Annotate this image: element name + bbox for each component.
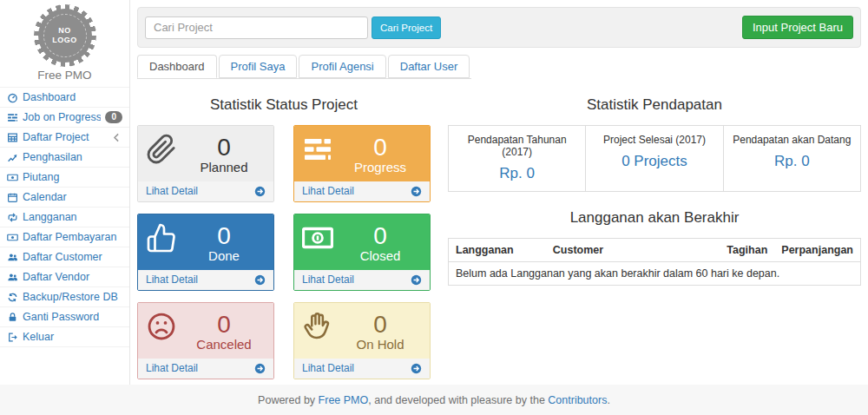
sidebar-item-langganan[interactable]: Langganan (0, 208, 129, 227)
income-stats-table: Pendapatan Tahunan (2017) Rp. 0 Project … (448, 125, 861, 192)
subscription-section-title: Langganan akan Berakhir (448, 209, 861, 227)
planned-label: Planned (200, 160, 247, 175)
arrow-circle-right-icon[interactable] (254, 274, 266, 286)
brand: NO LOGO Free PMO (0, 9, 129, 82)
paperclip-icon (146, 134, 177, 165)
tab-profil-agensi[interactable]: Profil Agensi (299, 55, 385, 78)
stat-pendapatan-tahunan: Pendapatan Tahunan (2017) Rp. 0 (449, 126, 585, 191)
money-icon (7, 232, 18, 243)
sign-out-icon (7, 332, 18, 343)
sidebar-item-dashboard[interactable]: Dashboard (0, 88, 129, 108)
lock-icon (7, 312, 18, 323)
status-card-on-hold: 0 On Hold Lihat Detail (293, 302, 431, 379)
brand-name: Free PMO (0, 69, 129, 82)
arrow-circle-right-icon[interactable] (411, 186, 422, 197)
canceled-detail-link[interactable]: Lihat Detail (146, 362, 198, 374)
sidebar-item-daftar-customer[interactable]: Daftar Customer (0, 247, 129, 267)
no-logo-seal: NO LOGO (38, 9, 92, 63)
sidebar-item-daftar-project[interactable]: Daftar Project (0, 128, 129, 148)
status-section-title: Statistik Status Project (137, 96, 431, 114)
progress-detail-link[interactable]: Lihat Detail (302, 185, 354, 197)
sidebar-item-keluar[interactable]: Keluar (0, 327, 129, 347)
on-hold-label: On Hold (356, 337, 404, 352)
table-icon (7, 132, 18, 143)
contributors-link[interactable]: Contributors (548, 394, 607, 406)
status-card-planned: 0 Planned Lihat Detail (137, 125, 274, 202)
progress-label: Progress (354, 160, 406, 175)
arrow-circle-right-icon[interactable] (411, 363, 422, 374)
sidebar: NO LOGO Free PMO Dashboard Job on Progre… (0, 0, 130, 385)
free-pmo-link[interactable]: Free PMO (319, 394, 369, 406)
table-row: Belum ada Langganan yang akan berakhir d… (449, 262, 861, 286)
line-chart-icon (7, 152, 18, 163)
sidebar-item-piutang[interactable]: Piutang (0, 168, 129, 188)
canceled-count: 0 (217, 312, 231, 337)
subscription-table: Langganan Customer Tagihan Perpanjangan … (448, 238, 861, 286)
job-count-badge: 0 (105, 111, 122, 123)
status-section: Statistik Status Project 0 Planned Lihat… (137, 89, 431, 379)
frown-icon (146, 311, 177, 342)
hand-icon (302, 311, 333, 342)
tasks-icon (302, 134, 333, 165)
money-bill-icon (302, 222, 333, 254)
closed-count: 0 (373, 223, 387, 248)
tab-bar: Dashboard Profil Saya Profil Agensi Daft… (137, 48, 471, 79)
status-card-progress: 0 Progress Lihat Detail (293, 125, 431, 202)
tasks-icon (7, 112, 18, 123)
income-section: Statistik Pendapatan Pendapatan Tahunan … (448, 89, 861, 379)
tab-daftar-user[interactable]: Daftar User (388, 55, 470, 78)
search-button[interactable]: Cari Project (372, 16, 441, 39)
sidebar-item-daftar-pembayaran[interactable]: Daftar Pembayaran (0, 227, 129, 247)
done-count: 0 (217, 223, 231, 248)
sidebar-menu: Dashboard Job on Progress 0 Daftar Proje… (0, 87, 129, 347)
chevron-left-icon (111, 132, 122, 143)
refresh-icon (7, 292, 18, 303)
col-perpanjangan: Perpanjangan (774, 239, 860, 262)
sidebar-item-backup-restore-db[interactable]: Backup/Restore DB (0, 287, 129, 307)
on-hold-detail-link[interactable]: Lihat Detail (302, 362, 354, 374)
sidebar-item-calendar[interactable]: Calendar (0, 188, 129, 208)
search-input[interactable] (145, 16, 368, 39)
planned-count: 0 (217, 135, 231, 160)
sidebar-item-penghasilan[interactable]: Penghasilan (0, 148, 129, 168)
sidebar-item-ganti-password[interactable]: Ganti Password (0, 307, 129, 327)
closed-detail-link[interactable]: Lihat Detail (302, 273, 354, 286)
arrow-circle-right-icon[interactable] (254, 363, 266, 374)
closed-label: Closed (360, 248, 401, 263)
main-content: Cari Project Input Project Baru Dashboar… (130, 0, 868, 385)
calendar-icon (7, 192, 18, 203)
empty-subscriptions-message: Belum ada Langganan yang akan berakhir d… (449, 262, 861, 286)
status-card-canceled: 0 Canceled Lihat Detail (137, 302, 274, 379)
dashboard-icon (7, 92, 18, 103)
col-langganan: Langganan (449, 239, 546, 262)
users-icon (7, 252, 18, 263)
done-label: Done (208, 248, 240, 263)
col-customer: Customer (546, 239, 713, 262)
logo-placeholder-text: NO LOGO (52, 26, 78, 45)
col-tagihan: Tagihan (713, 239, 775, 262)
canceled-label: Canceled (196, 337, 251, 352)
sidebar-item-job-on-progress[interactable]: Job on Progress 0 (0, 108, 129, 128)
status-card-done: 0 Done Lihat Detail (137, 214, 274, 291)
stat-pendapatan-akan-datang: Pendapatan akan Datang Rp. 0 (723, 126, 860, 191)
exchange-icon (7, 212, 18, 223)
progress-count: 0 (373, 135, 387, 160)
tab-profil-saya[interactable]: Profil Saya (219, 55, 298, 78)
page-footer: Powered by Free PMO, and developed with … (0, 385, 868, 415)
tab-dashboard[interactable]: Dashboard (137, 55, 217, 78)
income-section-title: Statistik Pendapatan (448, 96, 861, 114)
on-hold-count: 0 (373, 312, 387, 337)
sidebar-item-daftar-vendor[interactable]: Daftar Vendor (0, 267, 129, 287)
search-panel: Cari Project Input Project Baru (137, 7, 861, 48)
footer-text: Powered by Free PMO, and developed with … (258, 394, 610, 406)
users-icon (7, 272, 18, 283)
new-project-button[interactable]: Input Project Baru (742, 16, 853, 39)
app-layout: NO LOGO Free PMO Dashboard Job on Progre… (0, 0, 868, 385)
status-card-closed: 0 Closed Lihat Detail (293, 214, 431, 291)
stat-project-selesai: Project Selesai (2017) 0 Projects (585, 126, 722, 191)
arrow-circle-right-icon[interactable] (411, 274, 422, 286)
thumbs-up-icon (146, 222, 177, 254)
arrow-circle-right-icon[interactable] (254, 186, 266, 197)
done-detail-link[interactable]: Lihat Detail (146, 273, 198, 286)
planned-detail-link[interactable]: Lihat Detail (146, 185, 198, 197)
